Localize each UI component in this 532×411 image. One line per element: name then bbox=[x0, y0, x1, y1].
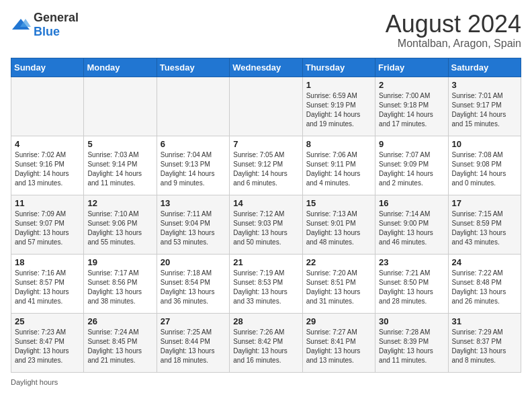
day-info: Sunrise: 7:24 AM Sunset: 8:45 PM Dayligh… bbox=[87, 328, 152, 365]
calendar-week-row: 18Sunrise: 7:16 AM Sunset: 8:57 PM Dayli… bbox=[11, 254, 521, 313]
day-number: 13 bbox=[161, 198, 226, 208]
day-info: Sunrise: 7:13 AM Sunset: 9:01 PM Dayligh… bbox=[306, 210, 371, 247]
page-title: August 2024 bbox=[386, 11, 521, 38]
day-number: 6 bbox=[161, 139, 226, 149]
calendar-cell: 5Sunrise: 7:03 AM Sunset: 9:14 PM Daylig… bbox=[84, 136, 157, 195]
day-number: 11 bbox=[15, 198, 80, 208]
calendar-cell: 18Sunrise: 7:16 AM Sunset: 8:57 PM Dayli… bbox=[11, 254, 84, 313]
day-number: 31 bbox=[452, 316, 517, 326]
day-number: 28 bbox=[233, 316, 298, 326]
day-info: Sunrise: 7:15 AM Sunset: 8:59 PM Dayligh… bbox=[452, 210, 517, 247]
calendar-week-row: 11Sunrise: 7:09 AM Sunset: 9:07 PM Dayli… bbox=[11, 195, 521, 254]
calendar-cell: 20Sunrise: 7:18 AM Sunset: 8:54 PM Dayli… bbox=[157, 254, 229, 313]
day-number: 14 bbox=[233, 198, 298, 208]
day-info: Sunrise: 7:16 AM Sunset: 8:57 PM Dayligh… bbox=[15, 269, 80, 306]
calendar-header-tuesday: Tuesday bbox=[157, 58, 229, 77]
calendar-cell: 6Sunrise: 7:04 AM Sunset: 9:13 PM Daylig… bbox=[157, 136, 229, 195]
page-subtitle: Montalban, Aragon, Spain bbox=[386, 38, 521, 50]
calendar-cell bbox=[11, 77, 84, 136]
calendar-week-row: 1Sunrise: 6:59 AM Sunset: 9:19 PM Daylig… bbox=[11, 77, 521, 136]
calendar-cell: 19Sunrise: 7:17 AM Sunset: 8:56 PM Dayli… bbox=[84, 254, 157, 313]
footer-note: Daylight hours bbox=[11, 378, 521, 386]
day-number: 4 bbox=[15, 139, 80, 149]
day-info: Sunrise: 7:28 AM Sunset: 8:39 PM Dayligh… bbox=[379, 328, 444, 365]
day-info: Sunrise: 7:01 AM Sunset: 9:17 PM Dayligh… bbox=[452, 91, 517, 129]
calendar-cell: 24Sunrise: 7:22 AM Sunset: 8:48 PM Dayli… bbox=[448, 254, 521, 313]
day-number: 24 bbox=[452, 257, 517, 267]
calendar-header-row: SundayMondayTuesdayWednesdayThursdayFrid… bbox=[11, 58, 521, 77]
calendar-cell: 23Sunrise: 7:21 AM Sunset: 8:50 PM Dayli… bbox=[375, 254, 448, 313]
day-info: Sunrise: 7:04 AM Sunset: 9:13 PM Dayligh… bbox=[161, 150, 226, 188]
day-info: Sunrise: 7:19 AM Sunset: 8:53 PM Dayligh… bbox=[233, 269, 298, 306]
day-number: 19 bbox=[87, 257, 152, 267]
day-number: 1 bbox=[306, 80, 371, 90]
calendar-cell: 31Sunrise: 7:29 AM Sunset: 8:37 PM Dayli… bbox=[448, 313, 521, 372]
calendar-cell: 26Sunrise: 7:24 AM Sunset: 8:45 PM Dayli… bbox=[84, 313, 157, 372]
calendar-cell: 10Sunrise: 7:08 AM Sunset: 9:08 PM Dayli… bbox=[448, 136, 521, 195]
calendar-header-thursday: Thursday bbox=[302, 58, 375, 77]
calendar-cell: 7Sunrise: 7:05 AM Sunset: 9:12 PM Daylig… bbox=[230, 136, 302, 195]
day-number: 7 bbox=[233, 139, 298, 149]
calendar-cell: 30Sunrise: 7:28 AM Sunset: 8:39 PM Dayli… bbox=[375, 313, 448, 372]
day-number: 16 bbox=[379, 198, 444, 208]
logo-general: General bbox=[34, 11, 79, 24]
day-info: Sunrise: 6:59 AM Sunset: 9:19 PM Dayligh… bbox=[306, 91, 371, 129]
day-number: 29 bbox=[306, 316, 371, 326]
day-info: Sunrise: 7:21 AM Sunset: 8:50 PM Dayligh… bbox=[379, 269, 444, 306]
day-info: Sunrise: 7:18 AM Sunset: 8:54 PM Dayligh… bbox=[161, 269, 226, 306]
day-info: Sunrise: 7:05 AM Sunset: 9:12 PM Dayligh… bbox=[233, 150, 298, 188]
day-info: Sunrise: 7:06 AM Sunset: 9:11 PM Dayligh… bbox=[306, 150, 371, 188]
calendar-header-friday: Friday bbox=[375, 58, 448, 77]
calendar-cell: 29Sunrise: 7:27 AM Sunset: 8:41 PM Dayli… bbox=[302, 313, 375, 372]
calendar-cell: 9Sunrise: 7:07 AM Sunset: 9:09 PM Daylig… bbox=[375, 136, 448, 195]
day-info: Sunrise: 7:07 AM Sunset: 9:09 PM Dayligh… bbox=[379, 150, 444, 188]
calendar-cell: 13Sunrise: 7:11 AM Sunset: 9:04 PM Dayli… bbox=[157, 195, 229, 254]
day-number: 3 bbox=[452, 80, 517, 90]
day-info: Sunrise: 7:03 AM Sunset: 9:14 PM Dayligh… bbox=[87, 150, 152, 188]
day-info: Sunrise: 7:26 AM Sunset: 8:42 PM Dayligh… bbox=[233, 328, 298, 365]
calendar-week-row: 25Sunrise: 7:23 AM Sunset: 8:47 PM Dayli… bbox=[11, 313, 521, 372]
day-info: Sunrise: 7:00 AM Sunset: 9:18 PM Dayligh… bbox=[379, 91, 444, 129]
calendar-cell: 1Sunrise: 6:59 AM Sunset: 9:19 PM Daylig… bbox=[302, 77, 375, 136]
day-number: 20 bbox=[161, 257, 226, 267]
day-info: Sunrise: 7:02 AM Sunset: 9:16 PM Dayligh… bbox=[15, 150, 80, 188]
day-info: Sunrise: 7:22 AM Sunset: 8:48 PM Dayligh… bbox=[452, 269, 517, 306]
calendar-header-wednesday: Wednesday bbox=[230, 58, 302, 77]
day-info: Sunrise: 7:25 AM Sunset: 8:44 PM Dayligh… bbox=[161, 328, 226, 365]
day-number: 9 bbox=[379, 139, 444, 149]
header: General Blue August 2024 Montalban, Arag… bbox=[11, 11, 521, 50]
calendar-cell: 15Sunrise: 7:13 AM Sunset: 9:01 PM Dayli… bbox=[302, 195, 375, 254]
calendar-cell: 14Sunrise: 7:12 AM Sunset: 9:03 PM Dayli… bbox=[230, 195, 302, 254]
calendar-cell: 27Sunrise: 7:25 AM Sunset: 8:44 PM Dayli… bbox=[157, 313, 229, 372]
calendar-header-saturday: Saturday bbox=[448, 58, 521, 77]
logo-icon bbox=[11, 17, 31, 32]
day-number: 21 bbox=[233, 257, 298, 267]
day-number: 17 bbox=[452, 198, 517, 208]
day-info: Sunrise: 7:27 AM Sunset: 8:41 PM Dayligh… bbox=[306, 328, 371, 365]
calendar-table: SundayMondayTuesdayWednesdayThursdayFrid… bbox=[11, 58, 521, 373]
day-info: Sunrise: 7:09 AM Sunset: 9:07 PM Dayligh… bbox=[15, 210, 80, 247]
day-number: 2 bbox=[379, 80, 444, 90]
day-number: 25 bbox=[15, 316, 80, 326]
day-number: 26 bbox=[87, 316, 152, 326]
day-info: Sunrise: 7:10 AM Sunset: 9:06 PM Dayligh… bbox=[87, 210, 152, 247]
day-info: Sunrise: 7:08 AM Sunset: 9:08 PM Dayligh… bbox=[452, 150, 517, 188]
calendar-cell bbox=[230, 77, 302, 136]
title-area: August 2024 Montalban, Aragon, Spain bbox=[386, 11, 521, 50]
calendar-cell: 8Sunrise: 7:06 AM Sunset: 9:11 PM Daylig… bbox=[302, 136, 375, 195]
calendar-cell: 28Sunrise: 7:26 AM Sunset: 8:42 PM Dayli… bbox=[230, 313, 302, 372]
day-number: 8 bbox=[306, 139, 371, 149]
calendar-cell: 16Sunrise: 7:14 AM Sunset: 9:00 PM Dayli… bbox=[375, 195, 448, 254]
calendar-cell: 22Sunrise: 7:20 AM Sunset: 8:51 PM Dayli… bbox=[302, 254, 375, 313]
day-number: 15 bbox=[306, 198, 371, 208]
calendar-cell: 2Sunrise: 7:00 AM Sunset: 9:18 PM Daylig… bbox=[375, 77, 448, 136]
day-number: 22 bbox=[306, 257, 371, 267]
day-info: Sunrise: 7:23 AM Sunset: 8:47 PM Dayligh… bbox=[15, 328, 80, 365]
day-number: 30 bbox=[379, 316, 444, 326]
calendar-cell: 11Sunrise: 7:09 AM Sunset: 9:07 PM Dayli… bbox=[11, 195, 84, 254]
day-info: Sunrise: 7:11 AM Sunset: 9:04 PM Dayligh… bbox=[161, 210, 226, 247]
day-number: 10 bbox=[452, 139, 517, 149]
calendar-cell: 17Sunrise: 7:15 AM Sunset: 8:59 PM Dayli… bbox=[448, 195, 521, 254]
calendar-week-row: 4Sunrise: 7:02 AM Sunset: 9:16 PM Daylig… bbox=[11, 136, 521, 195]
day-info: Sunrise: 7:17 AM Sunset: 8:56 PM Dayligh… bbox=[87, 269, 152, 306]
